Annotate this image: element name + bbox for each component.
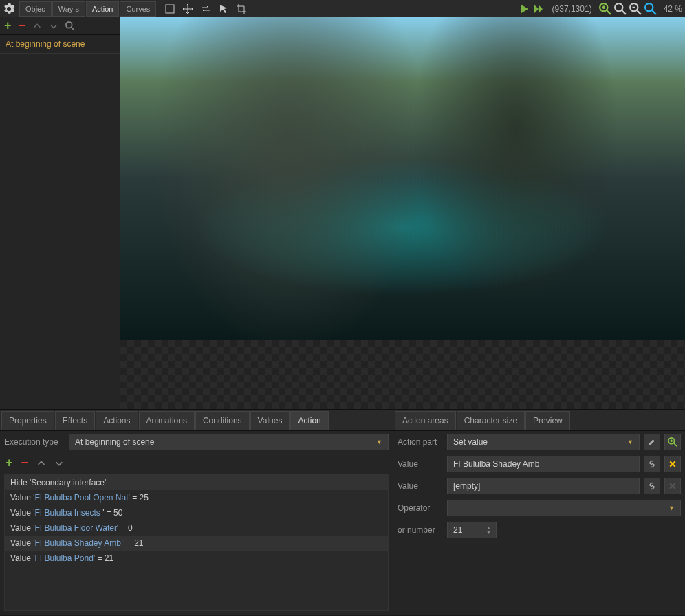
action-part-label: Action part (398, 437, 443, 447)
top-toolbar: Objec Way s Action Curves (937,1301) 42 … (0, 0, 685, 17)
pointer-tool-icon[interactable] (217, 3, 230, 15)
action-part-dropdown[interactable]: Set value ▼ (447, 434, 640, 450)
value2-input[interactable]: [empty] (447, 478, 640, 494)
list-item[interactable]: Value 'FI Bululba Insects ' = 50 (5, 505, 388, 520)
tab-preview[interactable]: Preview (525, 411, 570, 430)
exec-type-label: Execution type (4, 437, 65, 447)
list-item[interactable]: Value 'FI Bululba Shadey Amb ' = 21 (5, 536, 388, 551)
zoom-fit-icon[interactable] (644, 3, 657, 15)
chevron-down-icon: ▼ (376, 439, 382, 446)
zoom-controls: 42 % (599, 3, 682, 15)
mode-tabs: Objec Way s Action Curves (19, 1, 157, 16)
list-item[interactable]: Value 'FI Bululba Floor Water' = 0 (5, 520, 388, 536)
tab-values[interactable]: Values (250, 411, 290, 430)
list-item[interactable]: Hide 'Secondary interface' (5, 475, 388, 490)
scene-preview[interactable] (120, 17, 685, 340)
mode-tab-curves[interactable]: Curves (120, 1, 156, 16)
viewport-transparent-area (120, 340, 685, 409)
exec-type-value: At beginning of scene (75, 437, 154, 447)
crop-tool-icon[interactable] (235, 3, 248, 15)
locate-button[interactable] (664, 434, 681, 450)
zoom-percent: 42 % (664, 4, 682, 14)
chevron-down-icon: ▼ (668, 505, 675, 512)
number-spinner[interactable]: ▲▼ (486, 522, 494, 538)
clear-button[interactable] (664, 456, 681, 472)
chevron-up-icon[interactable] (32, 21, 42, 31)
tab-character-size[interactable]: Character size (457, 411, 525, 430)
chevron-down-icon[interactable] (49, 21, 58, 31)
operator-dropdown[interactable]: = ▼ (447, 500, 681, 516)
exec-type-dropdown[interactable]: At beginning of scene ▼ (69, 434, 389, 450)
tab-actions[interactable]: Actions (96, 411, 138, 430)
tab-action[interactable]: Action (290, 411, 328, 430)
operator-label: Operator (398, 503, 443, 513)
link-button[interactable] (644, 456, 660, 472)
link-button-2[interactable] (644, 478, 660, 494)
zoom-out-icon[interactable] (629, 3, 642, 15)
tab-animations[interactable]: Animations (139, 411, 195, 430)
action-part-value: Set value (453, 437, 488, 447)
number-input[interactable]: 21 ▲▼ (447, 522, 497, 538)
action-list[interactable]: Hide 'Secondary interface' Value 'FI Bul… (4, 474, 389, 611)
viewport (120, 17, 685, 409)
mode-tab-waysystems[interactable]: Way s (52, 1, 85, 16)
move-down-icon[interactable] (54, 459, 64, 468)
tab-conditions[interactable]: Conditions (195, 411, 250, 430)
clear-button-2[interactable] (664, 478, 681, 494)
swap-tool-icon[interactable] (199, 3, 212, 15)
remove-action-icon[interactable]: − (21, 456, 29, 470)
operator-value: = (453, 503, 458, 513)
value1-input[interactable]: FI Bululba Shadey Amb (447, 456, 640, 472)
cursor-coords: (937,1301) (552, 4, 592, 14)
value2-label: Value (398, 481, 443, 491)
list-item[interactable]: Value 'FI Bululba Pond' = 21 (5, 551, 388, 566)
value1-label: Value (398, 459, 443, 469)
edit-button[interactable] (644, 434, 660, 450)
play-fast-button[interactable] (533, 3, 544, 14)
list-item[interactable]: Value 'FI Bululba Pool Open Nat' = 25 (5, 490, 388, 505)
number-label: or number (398, 525, 443, 535)
panel-left: Properties Effects Actions Animations Co… (0, 410, 393, 615)
tab-effects[interactable]: Effects (55, 411, 95, 430)
zoom-reset-icon[interactable] (614, 3, 627, 15)
search-icon[interactable] (65, 21, 75, 31)
chevron-down-icon: ▼ (627, 439, 633, 446)
action-list-tools: + − (0, 453, 393, 473)
svg-point-5 (66, 21, 72, 28)
transform-tools (164, 3, 248, 15)
gear-icon[interactable] (3, 3, 15, 15)
sidebar-tools: + − (0, 17, 120, 35)
panel-right: Action areas Character size Preview Acti… (393, 410, 685, 615)
sidebar-item-scene-begin[interactable]: At beginning of scene (0, 35, 120, 54)
svg-point-4 (645, 3, 653, 11)
remove-icon[interactable]: − (19, 19, 26, 33)
move-tool-icon[interactable] (182, 3, 194, 15)
move-up-icon[interactable] (36, 459, 46, 468)
tab-properties[interactable]: Properties (1, 411, 54, 430)
left-tabs: Properties Effects Actions Animations Co… (0, 410, 393, 431)
action-sidebar: + − At beginning of scene (0, 17, 120, 409)
mode-tab-actions[interactable]: Action (86, 1, 120, 16)
zoom-in-icon[interactable] (599, 3, 611, 15)
add-action-icon[interactable]: + (6, 456, 13, 470)
mode-tab-objects[interactable]: Objec (19, 1, 52, 16)
svg-point-2 (615, 3, 622, 11)
right-tabs: Action areas Character size Preview (393, 410, 685, 431)
play-button[interactable] (519, 3, 530, 14)
add-icon[interactable]: + (4, 19, 12, 33)
svg-rect-0 (166, 5, 174, 13)
tab-action-areas[interactable]: Action areas (395, 411, 456, 430)
select-tool-icon[interactable] (164, 3, 176, 15)
